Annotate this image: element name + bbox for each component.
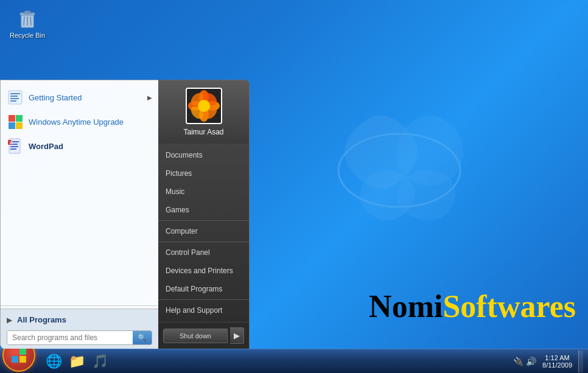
svg-rect-36 <box>19 356 26 363</box>
right-menu-documents[interactable]: Documents <box>158 146 249 164</box>
clock-time: 1:12 AM <box>545 354 569 361</box>
windows-logo-watermark <box>308 79 491 264</box>
svg-rect-10 <box>10 98 19 99</box>
user-avatar <box>186 88 222 124</box>
shutdown-button[interactable]: Shut down <box>163 329 228 343</box>
svg-rect-13 <box>16 115 23 122</box>
system-tray: 🔌 🔊 1:12 AM 8/11/2009 <box>508 349 588 373</box>
windows-anytime-icon <box>7 113 24 130</box>
right-menu-default-programs[interactable]: Default Programs <box>158 280 249 298</box>
getting-started-icon <box>7 89 24 106</box>
menu-item-windows-anytime-upgrade[interactable]: Windows Anytime Upgrade <box>1 110 158 134</box>
menu-items-list: Getting Started ▶ Windows Anytime Upgrad… <box>1 80 158 303</box>
shutdown-area: Shut down ▶ <box>158 322 249 349</box>
svg-rect-34 <box>19 348 26 355</box>
svg-rect-9 <box>10 96 18 97</box>
svg-rect-19 <box>10 146 18 147</box>
svg-rect-3 <box>24 11 30 13</box>
desktop: NomiSoftwares Recycle Bin <box>0 0 588 373</box>
right-menu-games[interactable]: Games <box>158 201 249 219</box>
windows-anytime-label: Windows Anytime Upgrade <box>29 117 124 127</box>
svg-rect-14 <box>9 122 15 129</box>
getting-started-label: Getting Started <box>29 93 82 102</box>
all-programs-arrow-icon: ▶ <box>7 316 12 324</box>
svg-point-32 <box>198 100 210 112</box>
svg-text:A: A <box>10 141 13 145</box>
nomi-black-text: Nomi <box>369 289 443 324</box>
menu-item-wordpad[interactable]: A WordPad <box>1 134 158 158</box>
explorer-icon: 📁 <box>69 354 85 369</box>
right-menu-items-list: Documents Pictures Music Games Computer … <box>158 144 249 322</box>
nomi-softwares-text: NomiSoftwares <box>369 288 576 324</box>
search-button[interactable]: 🔍 <box>133 331 152 344</box>
taskbar-explorer[interactable]: 📁 <box>66 350 88 372</box>
media-player-icon: 🎵 <box>92 354 108 369</box>
all-programs-row[interactable]: ▶ All Programs <box>7 313 152 327</box>
recycle-bin-label: Recycle Bin <box>10 32 45 39</box>
right-separator-1 <box>158 220 249 221</box>
taskbar-items: 🌐 📁 🎵 <box>43 349 111 373</box>
start-menu-right-panel: Taimur Asad Documents Pictures Music Gam… <box>158 80 250 349</box>
taskbar-ie[interactable]: 🌐 <box>43 350 65 372</box>
search-row: 🔍 <box>7 330 152 345</box>
shutdown-arrow-button[interactable]: ▶ <box>230 327 244 344</box>
all-programs-label: All Programs <box>17 315 66 324</box>
start-menu: Getting Started ▶ Windows Anytime Upgrad… <box>0 80 250 349</box>
taskbar-media-player[interactable]: 🎵 <box>89 350 111 372</box>
svg-rect-11 <box>10 100 16 102</box>
right-menu-help-support[interactable]: Help and Support <box>158 301 249 319</box>
recycle-bin-icon[interactable]: Recycle Bin <box>6 6 49 39</box>
wordpad-icon: A <box>7 138 24 155</box>
clock-area[interactable]: 1:12 AM 8/11/2009 <box>540 354 575 369</box>
right-separator-2 <box>158 242 249 242</box>
svg-rect-8 <box>10 93 20 94</box>
svg-line-6 <box>30 16 31 26</box>
svg-rect-35 <box>12 356 18 363</box>
clock-date: 8/11/2009 <box>542 361 572 369</box>
getting-started-arrow: ▶ <box>147 94 152 101</box>
right-separator-3 <box>158 299 249 300</box>
right-menu-music[interactable]: Music <box>158 183 249 201</box>
recycle-bin-image <box>15 6 40 30</box>
volume-tray-icon[interactable]: 🔊 <box>526 357 536 366</box>
right-menu-control-panel[interactable]: Control Panel <box>158 243 249 262</box>
svg-rect-12 <box>9 115 15 122</box>
user-name-label: Taimur Asad <box>183 128 223 136</box>
taskbar: 🌐 📁 🎵 🔌 🔊 1:12 AM 8/11/2009 <box>0 349 588 373</box>
menu-item-getting-started[interactable]: Getting Started ▶ <box>1 85 158 110</box>
ie-icon: 🌐 <box>46 354 62 369</box>
search-input[interactable] <box>7 331 133 344</box>
svg-line-4 <box>24 16 24 26</box>
show-desktop-button[interactable] <box>578 350 583 372</box>
tray-icons: 🔌 🔊 <box>513 357 536 366</box>
right-menu-devices-printers[interactable]: Devices and Printers <box>158 262 249 280</box>
menu-divider <box>1 305 158 306</box>
menu-bottom-area: ▶ All Programs 🔍 <box>1 309 158 349</box>
start-menu-left-panel: Getting Started ▶ Windows Anytime Upgrad… <box>0 80 158 349</box>
right-menu-pictures[interactable]: Pictures <box>158 164 249 183</box>
svg-rect-20 <box>10 148 16 150</box>
svg-rect-7 <box>9 91 22 104</box>
user-area: Taimur Asad <box>158 80 249 144</box>
svg-rect-15 <box>16 122 23 129</box>
wordpad-label: WordPad <box>29 142 63 151</box>
softwares-yellow-text: Softwares <box>443 289 576 324</box>
svg-rect-33 <box>12 348 18 355</box>
right-menu-computer[interactable]: Computer <box>158 222 249 240</box>
network-tray-icon[interactable]: 🔌 <box>513 357 523 366</box>
